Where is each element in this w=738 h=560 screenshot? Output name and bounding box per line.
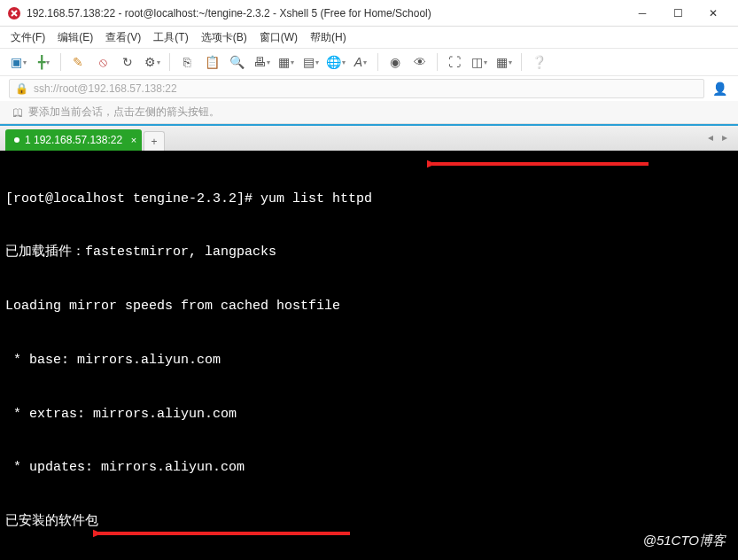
user-icon[interactable]: 👤	[710, 79, 729, 98]
tab-close-icon[interactable]: ×	[131, 135, 136, 145]
menubar: 文件(F) 编辑(E) 查看(V) 工具(T) 选项卡(B) 窗口(W) 帮助(…	[0, 27, 738, 48]
layout2-icon[interactable]: ▤	[301, 52, 321, 72]
status-dot-icon	[14, 137, 19, 143]
menu-view[interactable]: 查看(V)	[105, 30, 141, 45]
reconnect-icon[interactable]: ↻	[118, 52, 137, 72]
view-icon[interactable]: 👁	[410, 52, 430, 72]
font-icon[interactable]: A	[351, 52, 370, 72]
close-button[interactable]: ✕	[695, 0, 731, 27]
new-session-button[interactable]: ▣	[9, 52, 28, 72]
menu-tools[interactable]: 工具(T)	[153, 30, 188, 45]
maximize-button[interactable]: ☐	[660, 0, 695, 27]
address-bar: 🔒 ssh://root@192.168.57.138:22 👤	[0, 76, 738, 101]
menu-help[interactable]: 帮助(H)	[310, 30, 346, 45]
print-icon[interactable]: 🖶	[252, 52, 271, 72]
separator	[521, 53, 522, 71]
help-icon[interactable]: ❔	[529, 52, 548, 72]
disconnect-icon[interactable]: ⦸	[93, 52, 113, 72]
menu-file[interactable]: 文件(F)	[11, 30, 45, 45]
tab-prev-icon[interactable]: ◂	[704, 129, 717, 145]
tab-label: 1 192.168.57.138:22	[25, 134, 122, 146]
tab-nav: ◂ ▸	[704, 129, 731, 145]
tile-icon[interactable]: ▦	[494, 52, 514, 72]
hintbar: 🕮 要添加当前会话，点击左侧的箭头按钮。	[0, 101, 738, 124]
terminal-line: * updates: mirrors.aliyun.com	[5, 459, 733, 477]
layout1-icon[interactable]: ▦	[276, 52, 296, 72]
add-tab-button[interactable]: +	[144, 131, 165, 151]
paste-icon[interactable]: 📋	[202, 52, 221, 72]
terminal-line: Loading mirror speeds from cached hostfi…	[5, 298, 733, 315]
find-icon[interactable]: 🔍	[227, 52, 246, 72]
terminal-output[interactable]: [root@localhost tengine-2.3.2]# yum list…	[0, 151, 738, 560]
terminal-line: [root@localhost tengine-2.3.2]# yum list…	[5, 191, 733, 208]
menu-window[interactable]: 窗口(W)	[260, 30, 298, 45]
window-title: 192.168.57.138:22 - root@localhost:~/ten…	[27, 7, 625, 19]
menu-edit[interactable]: 编辑(E)	[58, 30, 93, 45]
globe-icon[interactable]: 🌐	[326, 52, 346, 72]
lock-icon: 🔒	[15, 82, 28, 95]
tabstrip: 1 192.168.57.138:22 × + ◂ ▸	[0, 124, 738, 151]
separator	[60, 53, 61, 71]
edit-icon[interactable]: ✎	[68, 52, 88, 72]
toolbar: ▣ ╋ ✎ ⦸ ↻ ⚙ ⎘ 📋 🔍 🖶 ▦ ▤ 🌐 A ◉ 👁 ⛶ ◫ ▦ ❔	[0, 48, 738, 76]
watermark: @51CTO博客	[643, 533, 726, 549]
split-icon[interactable]: ◫	[470, 52, 489, 72]
tab-session-1[interactable]: 1 192.168.57.138:22 ×	[5, 129, 142, 151]
open-button[interactable]: ╋	[34, 52, 53, 72]
terminal-line: * base: mirrors.aliyun.com	[5, 352, 733, 369]
tab-next-icon[interactable]: ▸	[719, 129, 731, 145]
address-text: ssh://root@192.168.57.138:22	[34, 82, 177, 95]
sync-icon[interactable]: ◉	[385, 52, 405, 72]
minimize-button[interactable]: ─	[625, 0, 660, 27]
terminal-line: 已安装的软件包	[5, 513, 733, 531]
terminal-line: * extras: mirrors.aliyun.com	[5, 406, 733, 424]
copy-icon[interactable]: ⎘	[177, 52, 197, 72]
app-icon	[7, 6, 21, 20]
address-input[interactable]: 🔒 ssh://root@192.168.57.138:22	[9, 79, 704, 98]
titlebar: 192.168.57.138:22 - root@localhost:~/ten…	[0, 0, 738, 27]
fullscreen-icon[interactable]: ⛶	[445, 52, 464, 72]
properties-icon[interactable]: ⚙	[143, 52, 162, 72]
separator	[437, 53, 438, 71]
menu-tab[interactable]: 选项卡(B)	[201, 30, 247, 45]
separator	[169, 53, 170, 71]
separator	[377, 53, 378, 71]
hint-text: 要添加当前会话，点击左侧的箭头按钮。	[28, 105, 220, 120]
bookmark-icon[interactable]: 🕮	[12, 106, 23, 119]
terminal-line: 已加载插件：fastestmirror, langpacks	[5, 244, 733, 261]
